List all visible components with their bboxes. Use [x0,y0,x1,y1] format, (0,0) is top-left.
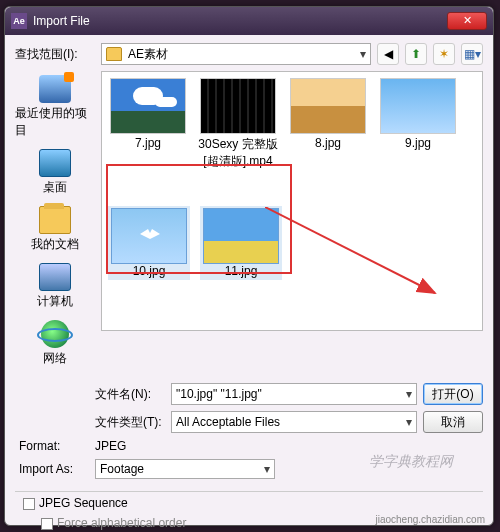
sidebar-label: 最近使用的项目 [15,105,95,139]
sidebar-item-computer[interactable]: 计算机 [37,263,73,310]
cancel-button[interactable]: 取消 [423,411,483,433]
sidebar-label: 计算机 [37,293,73,310]
window-title: Import File [33,14,90,28]
desktop-icon [39,149,71,177]
recent-icon [39,75,71,103]
app-icon: Ae [11,13,27,29]
network-icon [41,320,69,348]
file-item[interactable]: 8.jpg [288,78,368,170]
file-item[interactable]: 7.jpg [108,78,188,170]
importas-label: Import As: [19,462,89,476]
thumbnail [110,78,186,134]
file-item-selected[interactable]: 11.jpg [200,206,282,280]
folder-select[interactable]: AE素材 ▾ [101,43,371,65]
view-menu-button[interactable]: ▦▾ [461,43,483,65]
force-alpha-label: Force alphabetical order [57,516,186,530]
file-name: 8.jpg [315,136,341,150]
up-button[interactable]: ⬆ [405,43,427,65]
importas-value: Footage [100,462,144,476]
format-label: Format: [19,439,89,453]
thumbnail [380,78,456,134]
open-button[interactable]: 打开(O) [423,383,483,405]
file-item[interactable]: 30Sexy 完整版[超清版].mp4 [198,78,278,170]
chevron-down-icon: ▾ [406,387,412,401]
folder-icon [106,47,122,61]
computer-icon [39,263,71,291]
watermark-url: jiaocheng.chazidian.com [375,514,485,525]
checkbox-icon [23,498,35,510]
file-item-selected[interactable]: 10.jpg [108,206,190,280]
jpeg-sequence-checkbox[interactable]: JPEG Sequence [23,496,475,510]
new-folder-button[interactable]: ✶ [433,43,455,65]
filename-label: 文件名(N): [95,386,165,403]
thumbnail [200,78,276,134]
chevron-down-icon: ▾ [264,462,270,476]
sidebar-item-network[interactable]: 网络 [41,320,69,367]
file-name: 9.jpg [405,136,431,150]
folder-name: AE素材 [128,46,168,63]
file-name: 30Sexy 完整版[超清版].mp4 [198,136,278,170]
importas-select[interactable]: Footage▾ [95,459,275,479]
filename-input[interactable]: "10.jpg" "11.jpg"▾ [171,383,417,405]
sidebar-item-documents[interactable]: 我的文档 [31,206,79,253]
chevron-down-icon: ▾ [406,415,412,429]
thumbnail [203,208,279,264]
file-name: 10.jpg [133,264,166,278]
filetype-select[interactable]: All Acceptable Files▾ [171,411,417,433]
file-item[interactable]: 9.jpg [378,78,458,170]
filetype-value: All Acceptable Files [176,415,280,429]
back-button[interactable]: ◀ [377,43,399,65]
close-button[interactable]: ✕ [447,12,487,30]
import-file-dialog: Ae Import File ✕ 查找范围(I): AE素材 ▾ ◀ ⬆ ✶ ▦… [4,6,494,526]
thumbnail [290,78,366,134]
file-list-pane[interactable]: 7.jpg 30Sexy 完整版[超清版].mp4 8.jpg 9.jpg [101,71,483,331]
lookin-label: 查找范围(I): [15,46,95,63]
format-value: JPEG [95,439,126,453]
jpeg-sequence-label: JPEG Sequence [39,496,128,510]
file-name: 7.jpg [135,136,161,150]
checkbox-icon [41,518,53,530]
sidebar-label: 网络 [43,350,67,367]
filetype-label: 文件类型(T): [95,414,165,431]
sidebar-item-recent[interactable]: 最近使用的项目 [15,75,95,139]
filename-value: "10.jpg" "11.jpg" [176,387,262,401]
file-name: 11.jpg [225,264,258,278]
places-sidebar: 最近使用的项目 桌面 我的文档 计算机 网络 [15,71,95,375]
sidebar-label: 桌面 [43,179,67,196]
chevron-down-icon: ▾ [360,47,366,61]
sidebar-item-desktop[interactable]: 桌面 [39,149,71,196]
sidebar-label: 我的文档 [31,236,79,253]
thumbnail [111,208,187,264]
titlebar[interactable]: Ae Import File ✕ [5,7,493,35]
documents-icon [39,206,71,234]
